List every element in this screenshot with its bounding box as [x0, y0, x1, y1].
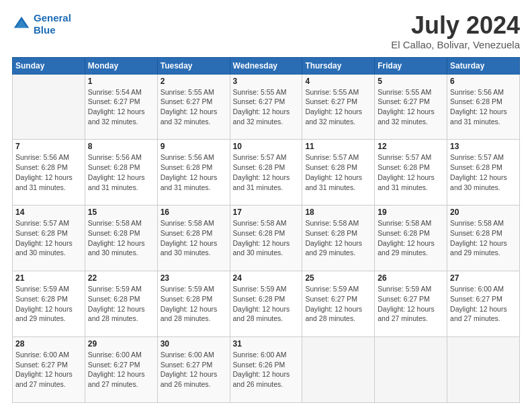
- table-row: 3Sunrise: 5:55 AMSunset: 6:27 PMDaylight…: [230, 74, 302, 140]
- day-number: 19: [378, 208, 444, 217]
- table-row: 18Sunrise: 5:58 AMSunset: 6:28 PMDayligh…: [302, 205, 375, 271]
- day-info: Sunrise: 5:57 AMSunset: 6:28 PMDaylight:…: [305, 152, 371, 192]
- day-info: Sunrise: 5:55 AMSunset: 6:27 PMDaylight:…: [378, 87, 444, 127]
- day-number: 14: [15, 208, 82, 217]
- day-number: 11: [305, 142, 371, 151]
- logo-icon: [12, 15, 31, 34]
- header-thursday: Thursday: [302, 57, 375, 74]
- day-info: Sunrise: 5:59 AMSunset: 6:28 PMDaylight:…: [161, 284, 227, 324]
- logo-line1: General: [34, 12, 71, 24]
- day-number: 22: [88, 273, 154, 283]
- day-number: 7: [15, 142, 82, 151]
- day-number: 2: [161, 77, 227, 86]
- day-info: Sunrise: 6:00 AMSunset: 6:27 PMDaylight:…: [88, 350, 154, 390]
- table-row: [13, 74, 85, 140]
- table-row: 21Sunrise: 5:59 AMSunset: 6:28 PMDayligh…: [13, 271, 85, 337]
- header-row: Sunday Monday Tuesday Wednesday Thursday…: [13, 57, 520, 74]
- header: General Blue July 2024 El Callao, Boliva…: [12, 12, 520, 50]
- table-row: 10Sunrise: 5:57 AMSunset: 6:28 PMDayligh…: [230, 140, 302, 205]
- day-number: 10: [233, 142, 300, 151]
- table-row: 28Sunrise: 6:00 AMSunset: 6:27 PMDayligh…: [13, 337, 85, 403]
- day-info: Sunrise: 5:58 AMSunset: 6:28 PMDaylight:…: [88, 218, 154, 258]
- header-wednesday: Wednesday: [230, 57, 302, 74]
- day-info: Sunrise: 5:55 AMSunset: 6:27 PMDaylight:…: [161, 87, 227, 127]
- table-row: [302, 337, 375, 403]
- day-number: 20: [450, 208, 517, 217]
- day-info: Sunrise: 5:55 AMSunset: 6:27 PMDaylight:…: [305, 87, 371, 127]
- table-row: 27Sunrise: 6:00 AMSunset: 6:27 PMDayligh…: [447, 271, 520, 337]
- day-info: Sunrise: 5:59 AMSunset: 6:28 PMDaylight:…: [15, 284, 82, 324]
- day-number: 26: [378, 273, 444, 283]
- table-row: 9Sunrise: 5:56 AMSunset: 6:28 PMDaylight…: [157, 140, 230, 205]
- logo: General Blue: [12, 12, 71, 36]
- table-row: 31Sunrise: 6:00 AMSunset: 6:26 PMDayligh…: [230, 337, 302, 403]
- table-row: 11Sunrise: 5:57 AMSunset: 6:28 PMDayligh…: [302, 140, 375, 205]
- day-number: 24: [233, 273, 300, 283]
- header-tuesday: Tuesday: [157, 57, 230, 74]
- table-row: 17Sunrise: 5:58 AMSunset: 6:28 PMDayligh…: [230, 205, 302, 271]
- calendar-header: Sunday Monday Tuesday Wednesday Thursday…: [13, 57, 520, 74]
- day-info: Sunrise: 5:57 AMSunset: 6:28 PMDaylight:…: [233, 152, 300, 192]
- table-row: 29Sunrise: 6:00 AMSunset: 6:27 PMDayligh…: [85, 337, 157, 403]
- day-info: Sunrise: 5:54 AMSunset: 6:27 PMDaylight:…: [88, 87, 154, 127]
- header-friday: Friday: [375, 57, 447, 74]
- day-info: Sunrise: 5:59 AMSunset: 6:28 PMDaylight:…: [233, 284, 300, 324]
- page: General Blue July 2024 El Callao, Boliva…: [0, 0, 532, 411]
- day-number: 13: [450, 142, 517, 151]
- day-info: Sunrise: 5:57 AMSunset: 6:28 PMDaylight:…: [450, 152, 517, 192]
- table-row: 2Sunrise: 5:55 AMSunset: 6:27 PMDaylight…: [157, 74, 230, 140]
- header-sunday: Sunday: [13, 57, 85, 74]
- table-row: 1Sunrise: 5:54 AMSunset: 6:27 PMDaylight…: [85, 74, 157, 140]
- day-info: Sunrise: 6:00 AMSunset: 6:27 PMDaylight:…: [161, 350, 227, 390]
- day-info: Sunrise: 5:59 AMSunset: 6:27 PMDaylight:…: [305, 284, 371, 324]
- day-number: 21: [15, 273, 82, 283]
- day-number: 4: [305, 77, 371, 86]
- table-row: [375, 337, 447, 403]
- day-number: 3: [233, 77, 300, 86]
- table-row: 7Sunrise: 5:56 AMSunset: 6:28 PMDaylight…: [13, 140, 85, 205]
- day-number: 29: [88, 339, 154, 349]
- table-row: 8Sunrise: 5:56 AMSunset: 6:28 PMDaylight…: [85, 140, 157, 205]
- day-number: 9: [161, 142, 227, 151]
- title-block: July 2024 El Callao, Bolivar, Venezuela: [391, 12, 520, 50]
- table-row: 19Sunrise: 5:58 AMSunset: 6:28 PMDayligh…: [375, 205, 447, 271]
- day-info: Sunrise: 5:58 AMSunset: 6:28 PMDaylight:…: [161, 218, 227, 258]
- day-info: Sunrise: 5:59 AMSunset: 6:28 PMDaylight:…: [88, 284, 154, 324]
- day-number: 16: [161, 208, 227, 217]
- main-title: July 2024: [391, 12, 520, 39]
- day-info: Sunrise: 5:58 AMSunset: 6:28 PMDaylight:…: [305, 218, 371, 258]
- table-row: 14Sunrise: 5:57 AMSunset: 6:28 PMDayligh…: [13, 205, 85, 271]
- day-number: 6: [450, 77, 517, 86]
- day-number: 15: [88, 208, 154, 217]
- day-number: 12: [378, 142, 444, 151]
- day-info: Sunrise: 6:00 AMSunset: 6:27 PMDaylight:…: [450, 284, 517, 324]
- header-saturday: Saturday: [447, 57, 520, 74]
- logo-line2: Blue: [34, 24, 56, 36]
- day-info: Sunrise: 6:00 AMSunset: 6:27 PMDaylight:…: [15, 350, 82, 390]
- table-row: [447, 337, 520, 403]
- table-row: 4Sunrise: 5:55 AMSunset: 6:27 PMDaylight…: [302, 74, 375, 140]
- day-number: 31: [233, 339, 300, 349]
- day-info: Sunrise: 5:57 AMSunset: 6:28 PMDaylight:…: [378, 152, 444, 192]
- day-number: 17: [233, 208, 300, 217]
- table-row: 5Sunrise: 5:55 AMSunset: 6:27 PMDaylight…: [375, 74, 447, 140]
- table-row: 6Sunrise: 5:56 AMSunset: 6:28 PMDaylight…: [447, 74, 520, 140]
- day-number: 1: [88, 77, 154, 86]
- day-info: Sunrise: 5:56 AMSunset: 6:28 PMDaylight:…: [161, 152, 227, 192]
- table-row: 25Sunrise: 5:59 AMSunset: 6:27 PMDayligh…: [302, 271, 375, 337]
- day-number: 5: [378, 77, 444, 86]
- day-info: Sunrise: 5:58 AMSunset: 6:28 PMDaylight:…: [378, 218, 444, 258]
- day-info: Sunrise: 5:55 AMSunset: 6:27 PMDaylight:…: [233, 87, 300, 127]
- subtitle: El Callao, Bolivar, Venezuela: [391, 39, 520, 50]
- day-info: Sunrise: 5:56 AMSunset: 6:28 PMDaylight:…: [15, 152, 82, 192]
- header-monday: Monday: [85, 57, 157, 74]
- day-number: 30: [161, 339, 227, 349]
- day-info: Sunrise: 6:00 AMSunset: 6:26 PMDaylight:…: [233, 350, 300, 390]
- calendar-body: 1Sunrise: 5:54 AMSunset: 6:27 PMDaylight…: [13, 74, 520, 402]
- day-info: Sunrise: 5:58 AMSunset: 6:28 PMDaylight:…: [450, 218, 517, 258]
- day-info: Sunrise: 5:57 AMSunset: 6:28 PMDaylight:…: [15, 218, 82, 258]
- day-info: Sunrise: 5:58 AMSunset: 6:28 PMDaylight:…: [233, 218, 300, 258]
- day-number: 8: [88, 142, 154, 151]
- day-info: Sunrise: 5:56 AMSunset: 6:28 PMDaylight:…: [88, 152, 154, 192]
- day-number: 25: [305, 273, 371, 283]
